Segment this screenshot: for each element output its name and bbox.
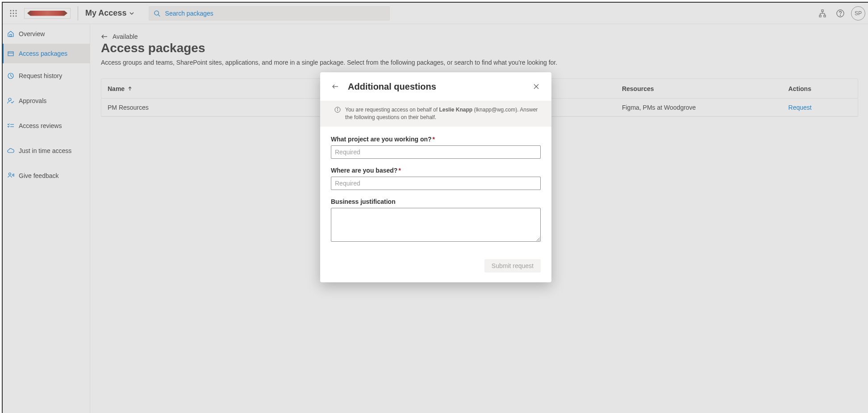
- info-text: You are requesting access on behalf of L…: [345, 106, 542, 121]
- field-location-label: Where are you based?*: [331, 167, 541, 174]
- required-indicator: *: [433, 136, 435, 143]
- svg-point-35: [337, 108, 338, 108]
- location-input[interactable]: [331, 177, 541, 190]
- justification-textarea[interactable]: [331, 208, 541, 242]
- field-justification-label: Business justification: [331, 198, 541, 205]
- field-project-label: What project are you working on?*: [331, 136, 541, 143]
- field-project: What project are you working on?*: [331, 136, 541, 159]
- modal-back-button[interactable]: [329, 80, 342, 93]
- arrow-left-icon: [332, 83, 339, 90]
- field-location: Where are you based?*: [331, 167, 541, 190]
- modal-close-button[interactable]: [530, 80, 542, 93]
- info-icon: [334, 107, 341, 113]
- field-justification: Business justification: [331, 198, 541, 243]
- close-icon: [533, 83, 539, 90]
- modal-title: Additional questions: [348, 82, 524, 92]
- modal-footer: Submit request: [320, 255, 551, 282]
- required-indicator: *: [398, 167, 401, 174]
- info-banner: You are requesting access on behalf of L…: [320, 101, 551, 127]
- submit-request-button[interactable]: Submit request: [484, 259, 541, 273]
- modal-header: Additional questions: [320, 72, 551, 101]
- modal-additional-questions: Additional questions You are requesting …: [320, 72, 551, 282]
- project-input[interactable]: [331, 145, 541, 159]
